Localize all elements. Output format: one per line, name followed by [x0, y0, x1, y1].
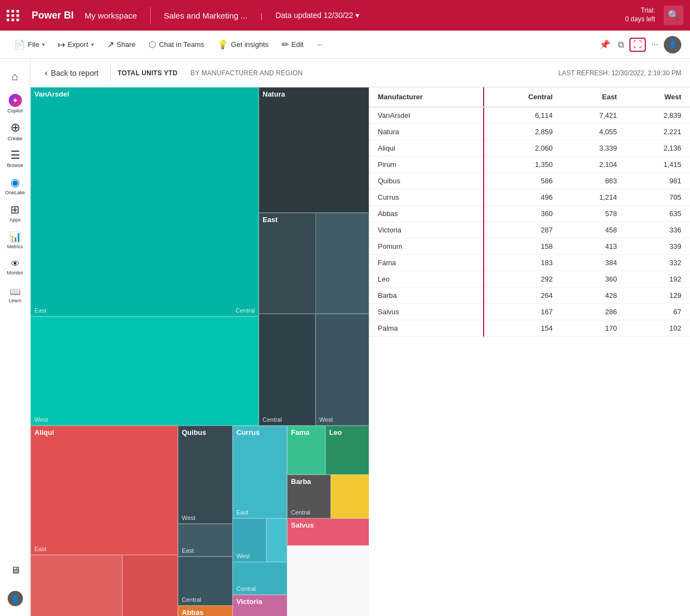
export-chevron: ▾: [91, 41, 94, 47]
workspace-label[interactable]: My workspace: [85, 11, 137, 20]
sidebar-item-learn[interactable]: 📖 Learn: [2, 282, 28, 308]
treemap-cell-currus[interactable]: Currus East: [233, 426, 287, 518]
screen-icon: 🖥: [10, 565, 20, 576]
cell-manufacturer: Pirum: [369, 157, 484, 173]
tab-total-units-ytd[interactable]: TOTAL UNITS YTD: [117, 69, 177, 77]
cell-west: 332: [626, 255, 690, 271]
table-row: Pomum 158 413 339: [369, 238, 690, 255]
treemap-cell-victoria2[interactable]: Victoria West: [233, 595, 287, 616]
sidebar-item-user[interactable]: 👤: [2, 585, 28, 612]
vanarsdel-east-label: East: [34, 307, 46, 314]
table-panel: Manufacturer Central East West VanArsdel…: [369, 87, 690, 616]
treemap-cell-barba[interactable]: Barba Central: [287, 475, 331, 518]
treemap-cell-currus-west[interactable]: West: [233, 518, 266, 562]
sidebar-item-browse[interactable]: ☰ Browse: [2, 145, 28, 171]
treemap-cell-leo[interactable]: Leo: [325, 426, 369, 475]
cell-east: 863: [561, 173, 626, 189]
salvus-label: Salvus: [288, 519, 368, 532]
cell-central: 154: [484, 320, 561, 337]
treemap-cell-aliqui-west[interactable]: West: [31, 555, 122, 616]
table-row: Aliqui 2,060 3,339 2,136: [369, 140, 690, 157]
treemap-cell-natura-west2[interactable]: West: [316, 314, 369, 426]
treemap-cell-aliqui[interactable]: Aliqui East: [31, 426, 178, 555]
cell-west: 2,136: [626, 140, 690, 157]
ellipsis-icon[interactable]: ···: [649, 38, 661, 52]
quibus-west-label: West: [182, 515, 195, 521]
sidebar-item-create[interactable]: ⊕ Create: [2, 118, 28, 144]
table-row: Pirum 1,350 2,104 1,415: [369, 157, 690, 173]
edit-icon: ✏: [282, 39, 289, 50]
sidebar-item-apps[interactable]: ⊞ Apps: [2, 200, 28, 226]
table-row: Barba 264 428 129: [369, 288, 690, 304]
back-to-report-button[interactable]: ‹ Back to report: [39, 65, 104, 81]
search-button[interactable]: 🔍: [664, 5, 683, 25]
share-button[interactable]: ↗ Share: [102, 36, 141, 53]
cell-west: 1,415: [626, 157, 690, 173]
treemap-cell-barba-yellow[interactable]: [331, 475, 369, 518]
sidebar-item-copilot[interactable]: ✦ Copilot: [2, 91, 28, 117]
file-button[interactable]: 📄 File ▾: [9, 36, 50, 53]
currus-west-label: West: [236, 553, 250, 559]
more-button[interactable]: ···: [311, 37, 328, 52]
aliqui-east-label: East: [34, 546, 46, 552]
avatar[interactable]: 👤: [664, 36, 681, 53]
apps-icon: ⊞: [10, 203, 20, 216]
chat-teams-button[interactable]: ⬡ Chat in Teams: [143, 36, 210, 53]
treemap-cell-currus-central[interactable]: [266, 518, 287, 562]
sidebar-item-home[interactable]: ⌂: [2, 63, 28, 89]
cell-east: 413: [561, 238, 626, 255]
cell-central: 292: [484, 271, 561, 288]
cell-west: 2,221: [626, 124, 690, 140]
cell-manufacturer: Fama: [369, 255, 484, 271]
duplicate-icon[interactable]: ⧉: [616, 38, 626, 52]
treemap-cell-salvus[interactable]: Salvus: [287, 518, 369, 546]
data-updated[interactable]: Data updated 12/30/22 ▾: [276, 11, 359, 20]
sidebar-item-metrics[interactable]: 📊 Metrics: [2, 227, 28, 253]
cell-central: 496: [484, 189, 561, 206]
cell-west: 336: [626, 222, 690, 238]
main-content: ‹ Back to report TOTAL UNITS YTD BY MANU…: [31, 59, 690, 616]
sidebar-item-screen[interactable]: 🖥: [2, 557, 28, 583]
cell-manufacturer: Aliqui: [369, 140, 484, 157]
treemap-cell-quibus-east[interactable]: East: [178, 524, 233, 557]
treemap-cell-natura-central[interactable]: Central: [259, 314, 316, 426]
app-grid-icon[interactable]: [7, 10, 20, 21]
sidebar: ⌂ ✦ Copilot ⊕ Create ☰ Browse ◉ OneLake …: [0, 59, 31, 616]
onelake-icon: ◉: [10, 176, 20, 189]
treemap-cell-natura[interactable]: Natura: [259, 87, 369, 213]
cell-west: 192: [626, 271, 690, 288]
cell-manufacturer: Natura: [369, 124, 484, 140]
quibus-east-label: East: [182, 547, 194, 554]
insights-button[interactable]: 💡 Get insights: [212, 36, 274, 53]
treemap-cell-quibus-central[interactable]: Central: [178, 557, 233, 606]
sidebar-item-onelake[interactable]: ◉ OneLake: [2, 172, 28, 199]
treemap-cell-vanarsdel-west[interactable]: West: [31, 316, 259, 426]
table-row: Fama 183 384 332: [369, 255, 690, 271]
treemap-cell-vanarsdel[interactable]: VanArsdel East Central: [31, 87, 259, 316]
edit-button[interactable]: ✏ Edit: [276, 36, 309, 53]
cell-east: 384: [561, 255, 626, 271]
top-bar: Power BI My workspace Sales and Marketin…: [0, 0, 690, 31]
export-button[interactable]: ↦ Export ▾: [52, 36, 99, 53]
table-row: Victoria 287 458 336: [369, 222, 690, 238]
sidebar-item-monitor[interactable]: 👁 Monitor: [2, 254, 28, 280]
treemap-cell-fama[interactable]: Fama: [287, 426, 325, 475]
tab-by-manufacturer[interactable]: BY MANUFACTURER AND REGION: [191, 69, 303, 77]
treemap-cell-abbas[interactable]: Abbas: [178, 606, 233, 616]
table-row: Palma 154 170 102: [369, 320, 690, 337]
cell-east: 7,421: [561, 107, 626, 124]
cell-central: 1,350: [484, 157, 561, 173]
col-east: East: [561, 87, 626, 107]
pin-icon[interactable]: 📌: [597, 37, 612, 52]
home-icon: ⌂: [11, 70, 18, 83]
pipe-divider: |: [260, 11, 262, 20]
cell-central: 2,060: [484, 140, 561, 157]
table-row: Abbas 360 578 635: [369, 206, 690, 222]
treemap-cell-currus-central2[interactable]: Central: [233, 562, 287, 595]
treemap-cell-natura-west[interactable]: [316, 213, 369, 314]
metrics-icon: 📊: [9, 231, 21, 243]
cell-west: 129: [626, 288, 690, 304]
treemap-cell-aliqui-central[interactable]: Central: [122, 555, 178, 616]
focus-mode-icon[interactable]: ⛶: [629, 38, 646, 52]
treemap-cell-quibus[interactable]: Quibus West: [178, 426, 233, 524]
